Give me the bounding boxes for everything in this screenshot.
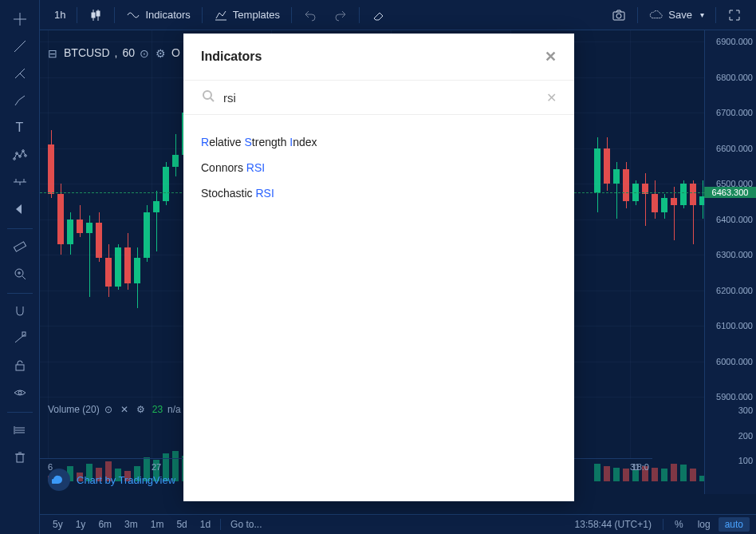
zoom-tool[interactable]	[6, 261, 34, 287]
svg-point-29	[616, 14, 621, 18]
cloud-icon	[649, 8, 663, 22]
percent-button[interactable]: %	[668, 517, 690, 532]
credit-label: Chart by TradingView	[77, 474, 175, 486]
time-tick: 6	[48, 462, 53, 472]
undo-button[interactable]	[295, 4, 325, 26]
crosshair-tool[interactable]	[6, 6, 34, 32]
indicators-modal: Indicators ✕ ✕ Relative Strength IndexCo…	[183, 34, 574, 501]
gear-icon[interactable]: ⚙	[156, 47, 167, 58]
collapse-icon[interactable]: ⊟	[48, 47, 59, 58]
wave-icon	[126, 8, 140, 22]
separator	[7, 412, 33, 413]
clock: 13:58:44 (UTC+1)	[569, 517, 658, 532]
time-range-selector: 5y1y6m3m1m5d1d	[46, 517, 217, 532]
price-tick: 6700.000	[716, 108, 753, 117]
chevron-down-icon: ▾	[700, 10, 704, 19]
volume-tick: 100	[738, 456, 753, 465]
trendline-tool[interactable]	[6, 34, 34, 59]
volume-na: n/a	[167, 404, 181, 415]
fullscreen-button[interactable]	[719, 4, 750, 26]
range-5y[interactable]: 5y	[46, 517, 69, 532]
separator	[637, 7, 638, 23]
svg-line-31	[211, 98, 214, 101]
volume-legend: Volume (20) ⊙ ✕ ⚙ 23 n/a	[48, 404, 181, 415]
chart-style-button[interactable]	[81, 4, 111, 26]
lock-drawings-tool[interactable]	[6, 326, 34, 351]
modal-title: Indicators	[201, 49, 262, 64]
price-tick: 6100.000	[716, 321, 753, 330]
range-1m[interactable]: 1m	[144, 517, 171, 532]
top-toolbar: 1h Indicators Templates Save▾	[40, 0, 756, 30]
indicators-button[interactable]: Indicators	[118, 4, 198, 26]
eraser-button[interactable]	[363, 4, 393, 26]
back-arrow-icon[interactable]	[6, 196, 34, 222]
gear-icon[interactable]: ⚙	[136, 404, 148, 415]
price-axis[interactable]: 6900.0006800.0006700.0006600.0006500.000…	[704, 30, 756, 494]
current-price-label: 6463.300	[704, 187, 756, 198]
clear-icon[interactable]: ✕	[546, 90, 557, 105]
goto-button[interactable]: Go to...	[224, 517, 268, 532]
auto-button[interactable]: auto	[719, 517, 750, 532]
svg-rect-18	[16, 365, 24, 370]
brush-tool[interactable]	[6, 88, 34, 113]
price-tick: 6200.000	[716, 286, 753, 295]
bottom-bar: 5y1y6m3m1m5d1d Go to... 13:58:44 (UTC+1)…	[40, 514, 756, 534]
candles-icon	[89, 8, 103, 22]
templates-button[interactable]: Templates	[206, 4, 288, 26]
trash-tool[interactable]	[6, 445, 34, 470]
magnet-tool[interactable]	[6, 299, 34, 324]
save-button[interactable]: Save▾	[641, 4, 712, 26]
save-label: Save	[668, 9, 692, 21]
close-icon[interactable]: ✕	[120, 404, 132, 415]
price-tick: 6900.000	[716, 37, 753, 46]
search-input[interactable]	[223, 91, 538, 105]
log-button[interactable]: log	[691, 517, 717, 532]
range-1d[interactable]: 1d	[194, 517, 217, 532]
screenshot-button[interactable]	[604, 4, 634, 26]
svg-rect-12	[14, 242, 26, 251]
indicator-result[interactable]: Stochastic RSI	[183, 180, 574, 206]
settings-icon[interactable]: ⊙	[140, 47, 151, 58]
range-6m[interactable]: 6m	[92, 517, 118, 532]
eye-tool[interactable]	[6, 380, 34, 405]
range-5d[interactable]: 5d	[170, 517, 193, 532]
svg-rect-26	[96, 11, 100, 16]
svg-line-2	[14, 41, 26, 52]
svg-rect-24	[92, 13, 95, 18]
text-tool[interactable]: T	[6, 115, 34, 140]
indicators-label: Indicators	[145, 9, 190, 21]
range-1y[interactable]: 1y	[69, 517, 93, 532]
objects-tree-tool[interactable]	[6, 417, 34, 443]
indicator-result[interactable]: Relative Strength Index	[183, 129, 574, 155]
pitchfork-tool[interactable]	[6, 61, 34, 86]
price-tick: 6600.000	[716, 144, 753, 153]
fullscreen-icon	[727, 8, 742, 22]
indicator-result[interactable]: Connors RSI	[183, 155, 574, 180]
separator	[291, 7, 292, 23]
svg-line-14	[22, 276, 26, 279]
separator	[359, 7, 360, 23]
separator	[77, 7, 77, 23]
settings-icon[interactable]: ⊙	[104, 404, 116, 415]
lock-tool[interactable]	[6, 353, 34, 378]
separator	[114, 7, 115, 23]
close-icon[interactable]: ✕	[545, 48, 557, 65]
symbol-name: BTCUSD	[64, 46, 110, 59]
redo-icon	[333, 8, 348, 22]
svg-point-19	[18, 391, 22, 394]
ruler-tool[interactable]	[6, 234, 34, 259]
volume-label: Volume (20)	[48, 404, 100, 415]
range-3m[interactable]: 3m	[118, 517, 144, 532]
price-tick: 6800.000	[716, 73, 753, 82]
interval-selector[interactable]: 1h	[46, 5, 73, 25]
undo-icon	[303, 8, 317, 22]
camera-icon	[612, 8, 626, 22]
prediction-tool[interactable]	[6, 169, 34, 195]
pattern-tool[interactable]	[6, 142, 34, 168]
redo-button[interactable]	[325, 4, 356, 26]
eraser-icon	[371, 8, 385, 22]
separator	[7, 228, 33, 229]
symbol-legend: ⊟ BTCUSD, 60 ⊙ ⚙ O	[48, 46, 180, 59]
separator	[220, 519, 221, 530]
templates-label: Templates	[233, 9, 280, 21]
